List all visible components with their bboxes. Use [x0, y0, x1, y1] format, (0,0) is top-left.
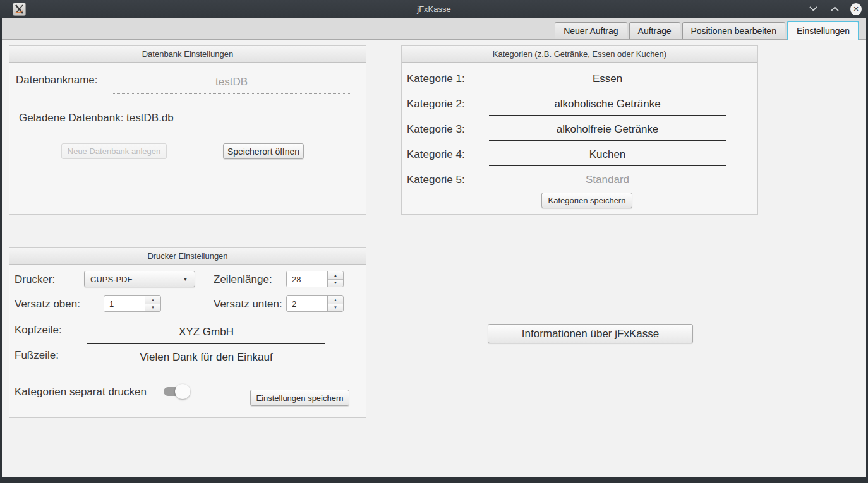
spinner-down-icon[interactable]: ▼ [145, 304, 160, 312]
printer-settings-panel: Drucker Einstellungen Drucker: CUPS-PDF … [9, 247, 366, 418]
tab-label: Neuer Auftrag [564, 26, 618, 36]
offset-top-label: Versatz oben: [15, 298, 80, 311]
database-name-label: Datenbankname: [16, 74, 97, 86]
categories-panel-body: Kategorie 1: Essen Kategorie 2: alkoholi… [402, 63, 757, 213]
separate-categories-toggle[interactable] [162, 383, 190, 400]
database-settings-panel-title[interactable]: Datenbank Einstellungen [9, 46, 366, 63]
chevron-up-icon [831, 6, 839, 11]
category-5-input[interactable]: Standard [489, 169, 726, 191]
spinner-down-icon[interactable]: ▼ [328, 280, 343, 287]
line-length-spinner[interactable]: 28 ▲ ▼ [286, 271, 344, 287]
line-length-value[interactable]: 28 [287, 271, 327, 287]
printer-settings-panel-title[interactable]: Drucker Einstellungen [9, 248, 366, 265]
offset-bottom-value[interactable]: 2 [287, 296, 327, 311]
tab-neuer-auftrag[interactable]: Neuer Auftrag [555, 22, 627, 39]
printer-select-value: CUPS-PDF [90, 275, 132, 284]
tab-label: Einstellungen [797, 26, 850, 36]
window-controls: ✕ [807, 0, 862, 18]
tab-bar: Neuer Auftrag Aufträge Positionen bearbe… [2, 18, 866, 40]
app-window: jFxKasse ✕ Neuer Auftrag Aufträge Positi… [0, 0, 868, 483]
category-3-input[interactable]: alkoholfreie Getränke [489, 118, 726, 141]
maximize-button[interactable] [829, 3, 840, 15]
category-1-label: Kategorie 1: [407, 73, 465, 85]
header-line-input[interactable]: XYZ GmbH [87, 320, 325, 344]
spinner-up-icon[interactable]: ▲ [328, 271, 343, 280]
category-5-label: Kategorie 5: [407, 174, 465, 186]
settings-tab-content: Datenbank Einstellungen Datenbankname: t… [2, 40, 866, 477]
header-line-label: Kopfzeile: [15, 324, 62, 337]
spinner-down-icon[interactable]: ▼ [328, 304, 343, 312]
new-database-button[interactable]: Neue Datenbank anlegen [61, 143, 167, 159]
toggle-knob [175, 384, 190, 399]
tab-positionen-bearbeiten[interactable]: Positionen bearbeiten [682, 22, 785, 39]
category-2-input[interactable]: alkoholische Getränke [489, 93, 726, 116]
spinner-up-icon[interactable]: ▲ [328, 296, 343, 304]
offset-top-value[interactable]: 1 [104, 296, 145, 311]
titlebar: jFxKasse ✕ [0, 0, 868, 18]
printer-label: Drucker: [15, 273, 55, 286]
offset-top-spinner[interactable]: 1 ▲ ▼ [104, 295, 161, 312]
app-icon [13, 3, 26, 16]
about-jfxkasse-button[interactable]: Informationen über jFxKasse [488, 324, 693, 343]
separate-categories-toggle-label: Kategorien separat drucken [15, 386, 147, 398]
printer-select[interactable]: CUPS-PDF ▼ [84, 271, 195, 287]
tab-auftraege[interactable]: Aufträge [629, 22, 680, 39]
minimize-button[interactable] [807, 3, 819, 15]
chevron-down-icon [809, 6, 817, 11]
category-1-input[interactable]: Essen [489, 68, 726, 90]
database-name-input[interactable]: testDB [113, 70, 350, 94]
offset-bottom-label: Versatz unten: [214, 298, 282, 311]
tab-label: Positionen bearbeiten [691, 26, 776, 36]
offset-bottom-spinner[interactable]: 2 ▲ ▼ [286, 295, 344, 312]
close-button[interactable]: ✕ [850, 3, 862, 15]
categories-panel-title[interactable]: Kategorien (z.B. Getränke, Essen oder Ku… [402, 46, 757, 63]
save-settings-button[interactable]: Einstellungen speichern [250, 390, 349, 406]
spinner-arrows: ▲ ▼ [327, 271, 343, 287]
spinner-arrows: ▲ ▼ [145, 296, 160, 311]
tab-label: Aufträge [638, 26, 672, 36]
window-title: jFxKasse [0, 4, 868, 14]
database-settings-panel: Datenbank Einstellungen Datenbankname: t… [9, 45, 366, 215]
tab-einstellungen[interactable]: Einstellungen [787, 21, 859, 40]
categories-panel: Kategorien (z.B. Getränke, Essen oder Ku… [401, 45, 758, 215]
open-location-button[interactable]: Speicherort öffnen [223, 143, 304, 159]
category-4-label: Kategorie 4: [407, 148, 465, 161]
database-settings-panel-body: Datenbankname: testDB Geladene Datenbank… [9, 63, 366, 213]
printer-settings-panel-body: Drucker: CUPS-PDF ▼ Zeilenlänge: 28 ▲ ▼ … [9, 265, 366, 417]
footer-line-label: Fußzeile: [15, 349, 59, 362]
chevron-down-icon: ▼ [183, 277, 189, 282]
save-categories-button[interactable]: Kategorien speichern [541, 193, 632, 208]
line-length-label: Zeilenlänge: [214, 273, 272, 286]
category-3-label: Kategorie 3: [407, 123, 465, 136]
spinner-up-icon[interactable]: ▲ [145, 296, 160, 304]
category-2-label: Kategorie 2: [407, 98, 465, 110]
spinner-arrows: ▲ ▼ [327, 296, 343, 311]
loaded-database-label: Geladene Datenbank: testDB.db [19, 112, 174, 124]
close-icon: ✕ [850, 3, 862, 15]
category-4-input[interactable]: Kuchen [489, 143, 726, 166]
footer-line-input[interactable]: Vielen Dank für den Einkauf [87, 345, 325, 369]
